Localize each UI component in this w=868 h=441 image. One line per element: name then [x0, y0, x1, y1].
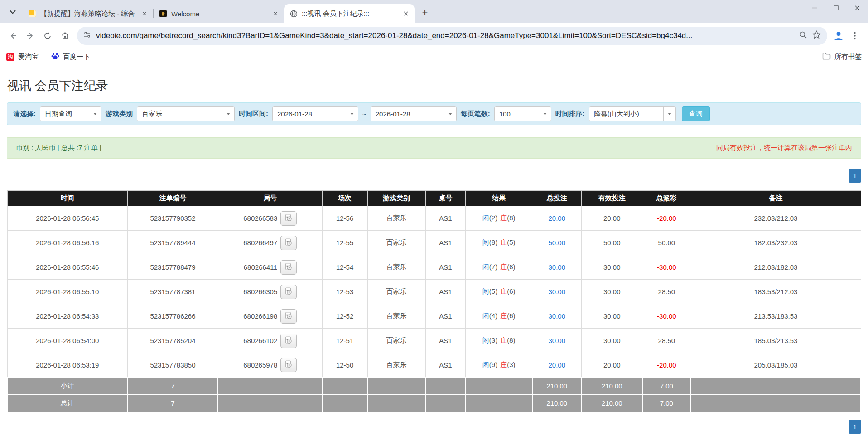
video-replay-button[interactable] — [280, 285, 297, 299]
valid-bet: 30.00 — [582, 280, 642, 304]
bookmark-taobao[interactable]: 淘 爱淘宝 — [6, 53, 39, 61]
total-bet-link[interactable]: 20.00 — [548, 361, 565, 369]
subtotal-total-bet: 210.00 — [532, 378, 582, 395]
new-tab-button[interactable]: + — [417, 5, 433, 20]
tab-welcome[interactable]: Welcome — [154, 4, 284, 23]
total-bet-link[interactable]: 30.00 — [548, 263, 565, 271]
column-header: 时间 — [7, 191, 128, 206]
payout: -30.00 — [642, 304, 691, 329]
bookmark-star-icon[interactable] — [812, 30, 821, 41]
filter-panel: 请选择: 日期查询 游戏类别 百家乐 时间区间: 2026-01-28 ~ 20… — [7, 102, 861, 125]
total-count: 7 — [128, 395, 218, 412]
session: 12-53 — [322, 280, 367, 304]
remark: 213.53/183.53 — [691, 304, 861, 329]
table-number: AS1 — [425, 304, 466, 329]
menu-kebab-icon[interactable] — [846, 27, 863, 44]
total-bet-link[interactable]: 30.00 — [548, 337, 565, 344]
zoom-page-icon[interactable] — [799, 31, 807, 41]
chevron-down-icon — [444, 107, 456, 121]
minimize-icon[interactable] — [804, 0, 825, 15]
total-bet-link[interactable]: 20.00 — [548, 214, 565, 222]
subtotal-label: 小计 — [7, 378, 128, 395]
bet-time: 2026-01-28 06:55:10 — [7, 280, 128, 304]
video-replay-button[interactable] — [280, 358, 297, 372]
banker-result: 庄 — [500, 287, 507, 295]
total-bet-link[interactable]: 30.00 — [548, 312, 565, 320]
remark: 205.03/185.03 — [691, 353, 861, 378]
address-bar[interactable]: videoie.com/game/betrecord_search/kind3?… — [77, 27, 827, 45]
column-header: 有效投注 — [582, 191, 642, 206]
sort-select[interactable]: 降冪(由大到小) — [589, 106, 676, 121]
forward-icon[interactable] — [22, 27, 39, 44]
video-replay-button[interactable] — [280, 211, 297, 226]
close-icon[interactable] — [847, 0, 868, 15]
remark: 232.03/212.03 — [691, 206, 861, 231]
back-icon[interactable] — [5, 27, 22, 44]
video-icon — [285, 336, 292, 345]
site-info-icon[interactable] — [83, 31, 91, 40]
video-replay-button[interactable] — [280, 309, 297, 324]
date-end-select[interactable]: 2026-01-28 — [371, 106, 457, 121]
tab-search-chevron-icon[interactable] — [5, 5, 20, 19]
tab-close-icon[interactable] — [270, 9, 280, 19]
game-type: 百家乐 — [367, 206, 425, 231]
tab-title: 【新提醒】海燕策略论坛 - 综合 — [40, 10, 135, 18]
globe-icon — [289, 10, 298, 18]
total-bet-link[interactable]: 50.00 — [548, 239, 565, 247]
column-header: 备注 — [691, 191, 861, 206]
date-start-select[interactable]: 2026-01-28 — [272, 106, 358, 121]
game-type: 百家乐 — [367, 329, 425, 353]
url-text[interactable]: videoie.com/game/betrecord_search/kind3?… — [96, 31, 794, 40]
browser-window: 【新提醒】海燕策略论坛 - 综合 Welcome :::视讯 会员下注纪录:::… — [0, 0, 868, 66]
payout: -30.00 — [642, 255, 691, 280]
player-result: 闲 — [482, 238, 489, 246]
video-replay-button[interactable] — [280, 236, 297, 250]
home-icon[interactable] — [56, 27, 73, 44]
bet-id: 523157787381 — [128, 280, 218, 304]
page-1-button[interactable]: 1 — [849, 420, 861, 434]
bet-time: 2026-01-28 06:55:46 — [7, 255, 128, 280]
total-bet-link[interactable]: 30.00 — [548, 288, 565, 296]
search-button[interactable]: 查询 — [682, 106, 710, 121]
video-replay-button[interactable] — [280, 260, 297, 275]
query-type-select[interactable]: 日期查询 — [40, 106, 101, 121]
session: 12-52 — [322, 304, 367, 329]
page-1-button[interactable]: 1 — [849, 169, 861, 183]
taobao-icon: 淘 — [6, 53, 14, 61]
payout: 50.00 — [642, 231, 691, 255]
remark: 212.03/182.03 — [691, 255, 861, 280]
bet-id: 523157788479 — [128, 255, 218, 280]
tab-forum[interactable]: 【新提醒】海燕策略论坛 - 综合 — [23, 4, 153, 23]
tab-close-icon[interactable] — [401, 9, 411, 19]
chevron-down-icon — [89, 107, 101, 121]
payout: -20.00 — [642, 206, 691, 231]
game-type-select[interactable]: 百家乐 — [137, 106, 235, 121]
tab-betrecord-active[interactable]: :::视讯 会员下注纪录::: — [284, 4, 415, 23]
profile-avatar[interactable] — [831, 28, 846, 44]
video-icon — [285, 263, 292, 272]
refresh-icon[interactable] — [39, 27, 56, 44]
column-header: 总投注 — [532, 191, 582, 206]
bet-time: 2026-01-28 06:53:19 — [7, 353, 128, 378]
per-page-select[interactable]: 100 — [494, 106, 551, 121]
date-separator: ~ — [362, 110, 366, 118]
tab-close-icon[interactable] — [140, 9, 149, 19]
maximize-icon[interactable] — [825, 0, 847, 15]
bookmark-baidu[interactable]: 百度一下 — [51, 52, 90, 62]
table-number: AS1 — [425, 329, 466, 353]
total-payout: 7.00 — [642, 395, 691, 412]
round-id: 680266583 — [243, 214, 277, 222]
video-replay-button[interactable] — [280, 334, 297, 348]
banker-result: 庄 — [500, 263, 507, 271]
result: 闲(9)庄(3) — [466, 353, 532, 378]
video-icon — [285, 214, 292, 223]
table-header-row: 时间注单编号局号场次游戏类别桌号结果总投注有效投注总派彩备注 — [7, 191, 861, 206]
date-range-label: 时间区间: — [239, 110, 268, 118]
round-id: 680266102 — [243, 337, 277, 344]
column-header: 游戏类别 — [367, 191, 425, 206]
bookmarks-bar: 淘 爱淘宝 百度一下 所有书签 — [0, 48, 868, 66]
all-bookmarks[interactable]: 所有书签 — [822, 53, 862, 61]
bet-time: 2026-01-28 06:54:00 — [7, 329, 128, 353]
session: 12-50 — [322, 353, 367, 378]
column-header: 桌号 — [425, 191, 466, 206]
